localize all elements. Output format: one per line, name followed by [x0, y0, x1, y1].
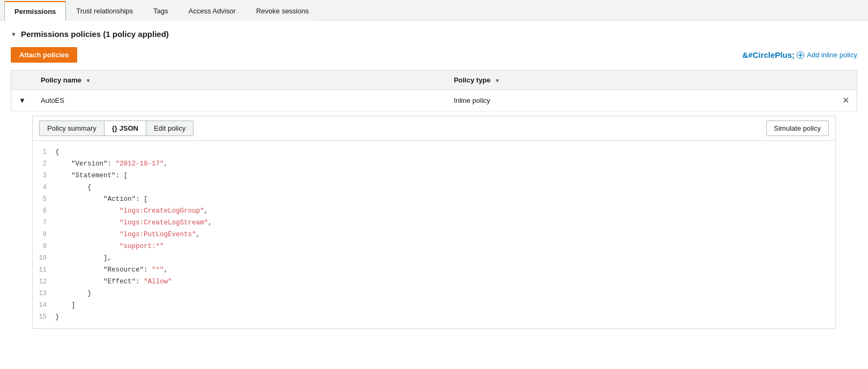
code-editor: 1{2 "Version": "2012-10-17",3 "Statement…	[33, 141, 835, 328]
line-content: "logs:PutLogEvents",	[55, 229, 200, 240]
code-line: 6 "logs:CreateLogGroup",	[33, 205, 835, 217]
tab-tags[interactable]: Tags	[143, 1, 178, 21]
add-inline-policy-link[interactable]: &#CirclePlus; Add inline policy	[743, 50, 858, 59]
line-number: 2	[36, 158, 55, 170]
line-number: 6	[36, 205, 55, 217]
code-line: 13 }	[33, 288, 835, 299]
sub-tab-edit-policy[interactable]: Edit policy	[146, 121, 194, 136]
line-content: ]	[55, 299, 76, 311]
code-line: 14 ]	[33, 299, 835, 311]
row-chevron[interactable]: ▼	[11, 90, 33, 111]
table-header-row: Policy name ▼ Policy type ▼	[11, 71, 857, 90]
line-content: "support:*"	[55, 240, 164, 252]
line-number: 3	[36, 170, 55, 182]
toolbar-row: Attach policies &#CirclePlus; Add inline…	[11, 47, 857, 63]
tab-access-advisor[interactable]: Access Advisor	[179, 1, 246, 21]
line-content: "Action": [	[55, 193, 148, 205]
line-content: "Statement": [	[55, 170, 128, 182]
code-line: 3 "Statement": [	[33, 170, 835, 182]
line-content: }	[55, 311, 60, 323]
plus-icon: &#CirclePlus;	[743, 50, 795, 59]
add-inline-label: Add inline policy	[807, 51, 857, 59]
line-content: "Version": "2012-10-17",	[55, 158, 168, 170]
code-line: 11 "Resource": "*",	[33, 264, 835, 276]
sub-tab-json[interactable]: {} JSON	[104, 121, 146, 136]
code-line: 10 ],	[33, 252, 835, 264]
policy-type-cell: Inline policy	[446, 90, 835, 111]
section-chevron-icon[interactable]: ▼	[11, 31, 17, 37]
code-line: 12 "Effect": "Allow"	[33, 276, 835, 288]
policy-sub-panel: Policy summary {} JSON Edit policy Simul…	[32, 116, 836, 329]
line-number: 9	[36, 240, 55, 252]
line-number: 13	[36, 288, 55, 299]
policy-table: Policy name ▼ Policy type ▼ ▼ AutoES Inl…	[11, 70, 857, 111]
code-line: 15}	[33, 311, 835, 323]
sort-arrow-icon-2: ▼	[495, 78, 500, 84]
line-content: ],	[55, 252, 112, 264]
sort-arrow-icon: ▼	[85, 78, 91, 84]
line-content: {	[55, 182, 92, 193]
main-content: ▼ Permissions policies (1 policy applied…	[0, 21, 868, 344]
line-content: "Resource": "*",	[55, 264, 168, 276]
line-number: 1	[36, 146, 55, 158]
code-line: 4 {	[33, 182, 835, 193]
sub-tabs-left: Policy summary {} JSON Edit policy	[39, 121, 193, 136]
line-number: 11	[36, 264, 55, 276]
code-line: 7 "logs:CreateLogStream",	[33, 217, 835, 229]
tab-trust-relationships[interactable]: Trust relationships	[66, 1, 143, 21]
sub-tabs-bar: Policy summary {} JSON Edit policy Simul…	[33, 116, 835, 141]
code-line: 8 "logs:PutLogEvents",	[33, 229, 835, 240]
line-number: 7	[36, 217, 55, 229]
line-content: "logs:CreateLogStream",	[55, 217, 212, 229]
code-line: 5 "Action": [	[33, 193, 835, 205]
line-number: 14	[36, 299, 55, 311]
line-number: 12	[36, 276, 55, 288]
sub-tab-policy-summary[interactable]: Policy summary	[39, 121, 105, 136]
table-col-chevron	[11, 71, 33, 90]
tabs-bar: Permissions Trust relationships Tags Acc…	[0, 0, 868, 21]
tab-permissions[interactable]: Permissions	[4, 1, 66, 21]
line-number: 10	[36, 252, 55, 264]
line-content: "logs:CreateLogGroup",	[55, 205, 208, 217]
table-row: ▼ AutoES Inline policy ✕	[11, 90, 857, 111]
circle-plus-icon	[797, 51, 804, 59]
line-number: 5	[36, 193, 55, 205]
code-line: 1{	[33, 146, 835, 158]
line-content: "Effect": "Allow"	[55, 276, 172, 288]
tab-revoke-sessions[interactable]: Revoke sessions	[246, 1, 319, 21]
code-line: 2 "Version": "2012-10-17",	[33, 158, 835, 170]
code-line: 9 "support:*"	[33, 240, 835, 252]
attach-policies-button[interactable]: Attach policies	[11, 47, 77, 63]
table-col-policy-type[interactable]: Policy type ▼	[446, 71, 835, 90]
section-title: Permissions policies (1 policy applied)	[21, 29, 169, 39]
line-number: 15	[36, 311, 55, 323]
table-col-actions	[835, 71, 857, 90]
table-col-policy-name[interactable]: Policy name ▼	[33, 71, 447, 90]
simulate-policy-button[interactable]: Simulate policy	[766, 121, 829, 136]
line-number: 4	[36, 182, 55, 193]
line-content: }	[55, 288, 92, 299]
policy-name-cell: AutoES	[33, 90, 447, 111]
section-header: ▼ Permissions policies (1 policy applied…	[11, 29, 857, 39]
delete-policy-button[interactable]: ✕	[835, 90, 857, 111]
line-content: {	[55, 146, 60, 158]
line-number: 8	[36, 229, 55, 240]
